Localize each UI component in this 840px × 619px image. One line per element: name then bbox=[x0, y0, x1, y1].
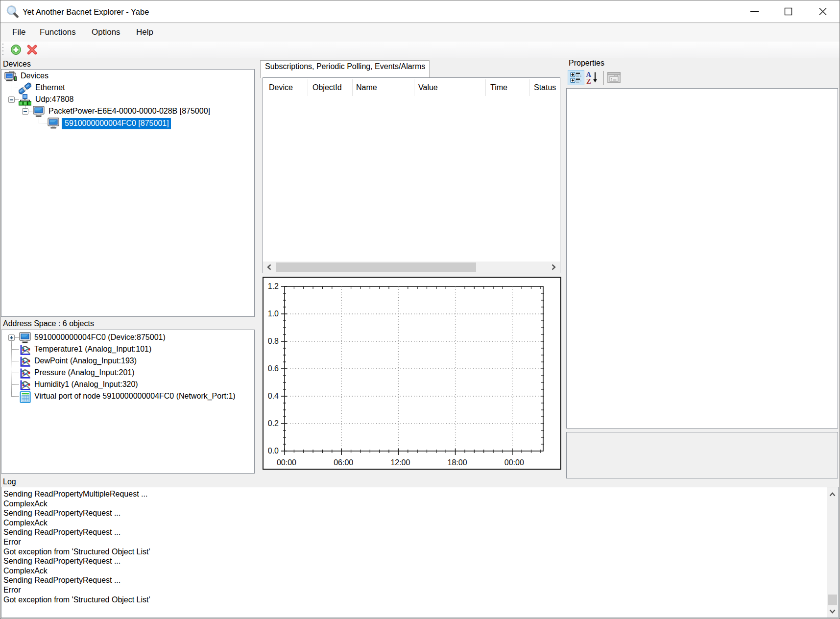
svg-text:00:00: 00:00 bbox=[277, 458, 296, 467]
svg-text:Z: Z bbox=[586, 77, 591, 85]
svg-text:1.2: 1.2 bbox=[268, 282, 279, 290]
svg-text:0.4: 0.4 bbox=[268, 392, 279, 400]
svg-text:0.2: 0.2 bbox=[268, 419, 279, 428]
svg-text:0.8: 0.8 bbox=[268, 337, 279, 345]
svg-text:06:00: 06:00 bbox=[334, 458, 353, 467]
svg-text:00:00: 00:00 bbox=[504, 458, 524, 467]
svg-text:0.0: 0.0 bbox=[268, 447, 279, 455]
svg-text:1.0: 1.0 bbox=[268, 310, 279, 318]
svg-text:0.6: 0.6 bbox=[268, 364, 279, 373]
svg-text:12:00: 12:00 bbox=[390, 458, 410, 467]
svg-text:18:00: 18:00 bbox=[448, 458, 467, 467]
